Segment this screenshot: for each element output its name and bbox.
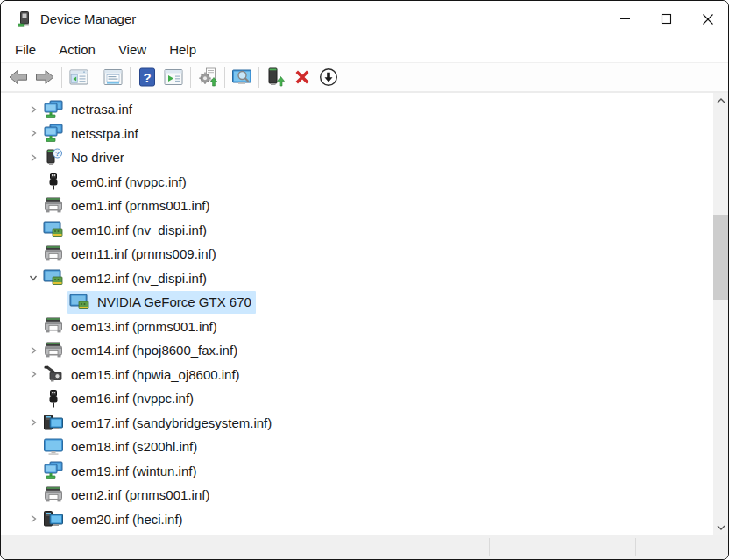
- action-pane-button[interactable]: [161, 65, 186, 89]
- status-bar: [1, 535, 728, 559]
- driver-tree: netrasa.infnetsstpa.inf?No driveroem0.in…: [1, 93, 713, 535]
- tree-item-content[interactable]: oem12.inf (nv_dispi.inf): [41, 266, 211, 289]
- monitor-icon: [43, 437, 65, 457]
- chevron-right-icon[interactable]: [25, 415, 41, 430]
- forward-button[interactable]: [32, 65, 57, 89]
- tree-item[interactable]: oem20.inf (heci.inf): [1, 507, 713, 532]
- properties-button[interactable]: [101, 65, 125, 89]
- maximize-icon: [661, 13, 672, 25]
- tree-item-content[interactable]: netrasa.inf: [41, 98, 137, 121]
- tree-item-label: oem1.inf (prnms001.inf): [71, 198, 209, 213]
- update-driver-button[interactable]: [264, 65, 288, 89]
- device-manager-icon: [15, 11, 32, 28]
- scan-hardware-icon: [197, 67, 218, 88]
- window-controls: [605, 1, 728, 37]
- tree-item[interactable]: oem1.inf (prnms001.inf): [1, 194, 713, 218]
- tree-item[interactable]: oem0.inf (nvppc.inf): [1, 170, 713, 195]
- tree-item-content[interactable]: oem2.inf (prnms001.inf): [41, 484, 214, 507]
- display-adapter-icon: [69, 293, 91, 312]
- usb-device-icon: [43, 389, 65, 408]
- tree-item-content[interactable]: oem11.inf (prnms009.inf): [41, 243, 221, 266]
- tree-item[interactable]: ?No driver: [1, 145, 713, 170]
- chevron-right-icon[interactable]: [25, 102, 41, 117]
- tree-item-label: oem16.inf (nvppc.inf): [71, 391, 194, 406]
- chevron-spacer: [25, 246, 41, 262]
- forward-arrow-icon: [34, 67, 55, 88]
- tree-item[interactable]: oem15.inf (hpwia_oj8600.inf): [1, 363, 713, 387]
- content-area: netrasa.infnetsstpa.inf?No driveroem0.in…: [1, 93, 728, 535]
- tree-item-content[interactable]: oem18.inf (s200hl.inf): [41, 436, 202, 458]
- tree-item-content[interactable]: oem15.inf (hpwia_oj8600.inf): [41, 363, 244, 386]
- tree-item[interactable]: oem12.inf (nv_dispi.inf): [1, 266, 713, 291]
- tree-item-label: NVIDIA GeForce GTX 670: [97, 294, 251, 309]
- close-button[interactable]: [687, 1, 728, 37]
- tree-item-content[interactable]: oem14.inf (hpoj8600_fax.inf): [41, 339, 242, 362]
- tree-item-label: oem12.inf (nv_dispi.inf): [71, 271, 207, 286]
- scroll-up-button[interactable]: [713, 93, 728, 108]
- update-driver-icon: [265, 67, 287, 88]
- scrollbar-thumb[interactable]: [713, 215, 728, 300]
- tree-item-label: oem11.inf (prnms009.inf): [71, 246, 216, 261]
- tree-item-content[interactable]: oem17.inf (sandybridgesystem.inf): [41, 411, 276, 434]
- chevron-down-icon[interactable]: [25, 270, 41, 286]
- tree-item-content[interactable]: oem13.inf (prnms001.inf): [41, 315, 222, 337]
- tree-item[interactable]: oem14.inf (hpoj8600_fax.inf): [1, 338, 713, 363]
- search-computer-button[interactable]: [230, 65, 254, 89]
- tree-item[interactable]: NVIDIA GeForce GTX 670: [1, 290, 713, 315]
- action-pane-icon: [163, 67, 184, 88]
- menu-item-file[interactable]: File: [6, 39, 45, 60]
- menu-item-view[interactable]: View: [110, 39, 155, 60]
- tree-item[interactable]: oem19.inf (wintun.inf): [1, 459, 713, 484]
- tree-item-content[interactable]: oem0.inf (nvppc.inf): [41, 170, 191, 193]
- disable-device-button[interactable]: [316, 65, 341, 89]
- title-bar: Device Manager: [1, 1, 728, 37]
- tree-item-content[interactable]: oem16.inf (nvppc.inf): [41, 387, 198, 410]
- tree-item[interactable]: oem2.inf (prnms001.inf): [1, 483, 713, 507]
- show-console-tree-button[interactable]: [67, 65, 91, 89]
- tree-item-content[interactable]: oem1.inf (prnms001.inf): [41, 195, 214, 217]
- properties-window-icon: [103, 67, 124, 88]
- tree-item-content[interactable]: oem19.inf (wintun.inf): [41, 459, 201, 482]
- tree-item-content[interactable]: netsstpa.inf: [41, 122, 143, 145]
- tree-item[interactable]: oem16.inf (nvppc.inf): [1, 386, 713, 411]
- uninstall-device-button[interactable]: [290, 65, 315, 89]
- chevron-spacer: [25, 439, 41, 455]
- toolbar-separator: [130, 67, 131, 88]
- vertical-scrollbar[interactable]: [713, 93, 728, 535]
- back-arrow-icon: [8, 67, 29, 88]
- chevron-right-icon[interactable]: [25, 511, 41, 527]
- unknown-device-icon: ?: [43, 148, 65, 167]
- tree-item-content[interactable]: ?No driver: [41, 146, 129, 169]
- tree-item-label: oem20.inf (heci.inf): [71, 512, 183, 527]
- disable-circle-icon: [318, 67, 339, 88]
- chevron-right-icon[interactable]: [25, 343, 41, 358]
- tree-item-selected[interactable]: NVIDIA GeForce GTX 670: [67, 291, 256, 314]
- tree-item-content[interactable]: oem10.inf (nv_dispi.inf): [41, 218, 211, 241]
- tree-item[interactable]: netrasa.inf: [1, 97, 713, 122]
- minimize-button[interactable]: [605, 1, 646, 37]
- chevron-spacer: [25, 174, 41, 189]
- menu-item-action[interactable]: Action: [50, 39, 104, 60]
- menu-item-help[interactable]: Help: [160, 39, 205, 60]
- scrollbar-track[interactable]: [713, 108, 728, 520]
- chevron-up-icon: [717, 98, 725, 103]
- chevron-right-icon[interactable]: [25, 150, 41, 166]
- tree-item[interactable]: oem13.inf (prnms001.inf): [1, 315, 713, 339]
- chevron-down-icon: [717, 525, 725, 530]
- tree-item-content[interactable]: oem20.inf (heci.inf): [41, 507, 188, 530]
- chevron-right-icon[interactable]: [25, 366, 41, 382]
- maximize-button[interactable]: [646, 1, 687, 37]
- scroll-down-button[interactable]: [713, 520, 728, 535]
- chevron-spacer: [25, 318, 41, 334]
- tree-item[interactable]: oem10.inf (nv_dispi.inf): [1, 218, 713, 243]
- tree-item[interactable]: netsstpa.inf: [1, 122, 713, 146]
- help-button[interactable]: ?: [135, 65, 159, 89]
- tree-item[interactable]: oem18.inf (s200hl.inf): [1, 435, 713, 459]
- network-adapter-icon: [43, 461, 65, 480]
- display-adapter-icon: [43, 220, 65, 239]
- back-button[interactable]: [6, 65, 31, 89]
- tree-item[interactable]: oem11.inf (prnms009.inf): [1, 242, 713, 266]
- scan-hardware-changes-button[interactable]: [195, 65, 220, 89]
- chevron-right-icon[interactable]: [25, 125, 41, 141]
- tree-item[interactable]: oem17.inf (sandybridgesystem.inf): [1, 411, 713, 436]
